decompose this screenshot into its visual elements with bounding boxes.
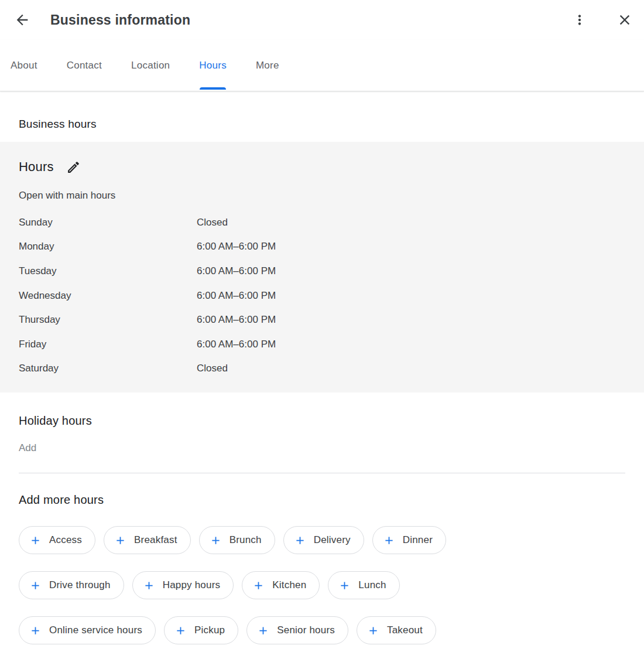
day-name: Tuesday [19, 265, 197, 277]
chip-label: Drive through [49, 579, 111, 591]
page-title: Business information [50, 12, 568, 28]
holiday-hours-heading: Holiday hours [19, 412, 625, 429]
chip-row: Online service hours Pickup Senior hours… [19, 616, 625, 644]
add-hours-chip[interactable]: Lunch [328, 571, 399, 599]
chip-label: Lunch [358, 579, 386, 591]
day-hours: 6:00 AM–6:00 PM [197, 339, 276, 350]
business-hours-section: Business hours [0, 91, 644, 142]
day-row: Wednesday 6:00 AM–6:00 PM [19, 284, 625, 308]
header-actions [568, 8, 636, 32]
tab-label: More [256, 60, 279, 71]
chip-label: Brunch [229, 534, 262, 546]
day-hours: 6:00 AM–6:00 PM [197, 314, 276, 326]
day-name: Friday [19, 339, 197, 350]
active-tab-underline [200, 87, 226, 90]
plus-icon [338, 579, 351, 592]
chip-label: Dinner [403, 534, 433, 546]
day-name: Sunday [19, 217, 197, 228]
plus-icon [294, 534, 306, 547]
add-hours-chip[interactable]: Dinner [372, 526, 446, 554]
plus-icon [29, 534, 42, 547]
edit-hours-button[interactable] [66, 159, 82, 175]
chip-label: Breakfast [134, 534, 177, 546]
plus-icon [383, 534, 395, 547]
tab-about[interactable]: About [0, 40, 52, 91]
add-hours-chip[interactable]: Online service hours [19, 616, 156, 644]
day-row: Saturday Closed [19, 357, 625, 381]
day-hours: 6:00 AM–6:00 PM [197, 265, 276, 277]
day-row: Friday 6:00 AM–6:00 PM [19, 332, 625, 357]
chip-label: Online service hours [49, 624, 142, 636]
add-hours-chip[interactable]: Brunch [199, 526, 275, 554]
add-hours-chip[interactable]: Happy hours [132, 571, 234, 599]
close-icon [616, 12, 633, 28]
add-hours-chip[interactable]: Kitchen [242, 571, 320, 599]
tab-label: Location [131, 60, 170, 71]
hours-card-title-row: Hours [19, 158, 625, 176]
day-row: Monday 6:00 AM–6:00 PM [19, 235, 625, 260]
plus-icon [29, 579, 42, 592]
add-hours-chip[interactable]: Access [19, 526, 95, 554]
day-hours: Closed [197, 217, 228, 228]
day-row: Tuesday 6:00 AM–6:00 PM [19, 259, 625, 284]
tab-label: Contact [67, 60, 102, 71]
tab-location[interactable]: Location [117, 40, 184, 91]
add-hours-chip[interactable]: Breakfast [104, 526, 191, 554]
chip-row: Access Breakfast Brunch Delivery Dinner [19, 526, 625, 554]
hours-card-title: Hours [19, 159, 54, 175]
weekly-hours-list: Sunday Closed Monday 6:00 AM–6:00 PM Tue… [19, 210, 625, 381]
chip-label: Access [49, 534, 82, 546]
plus-icon [252, 579, 265, 592]
tab-contact[interactable]: Contact [52, 40, 117, 91]
plus-icon [143, 579, 155, 592]
chip-label: Pickup [194, 624, 225, 636]
app-header: Business information [0, 0, 644, 40]
tab-label: About [11, 60, 37, 71]
arrow-left-icon [14, 12, 30, 28]
add-hours-chip[interactable]: Delivery [283, 526, 364, 554]
day-name: Monday [19, 241, 197, 252]
day-name: Thursday [19, 314, 197, 326]
add-more-hours-section: Add more hours Access Breakfast Brunch D… [0, 473, 644, 644]
chip-label: Takeout [387, 624, 423, 636]
chip-label: Happy hours [163, 579, 221, 591]
chip-label: Delivery [314, 534, 351, 546]
chip-row: Drive through Happy hours Kitchen Lunch [19, 571, 625, 599]
hours-card: Hours Open with main hours Sunday Closed… [0, 142, 644, 392]
business-hours-heading: Business hours [19, 118, 625, 131]
plus-icon [174, 624, 187, 637]
plus-icon [114, 534, 126, 547]
day-name: Wednesday [19, 290, 197, 302]
day-hours: 6:00 AM–6:00 PM [197, 241, 276, 252]
kebab-menu-icon [572, 12, 587, 28]
pencil-edit-icon [66, 160, 81, 175]
chip-label: Senior hours [277, 624, 335, 636]
day-name: Saturday [19, 363, 197, 374]
chip-label: Kitchen [272, 579, 306, 591]
add-more-hours-heading: Add more hours [19, 491, 625, 508]
day-row: Thursday 6:00 AM–6:00 PM [19, 308, 625, 332]
add-hours-chip[interactable]: Drive through [19, 571, 124, 599]
day-hours: 6:00 AM–6:00 PM [197, 290, 276, 302]
day-hours: Closed [197, 363, 228, 374]
day-row: Sunday Closed [19, 210, 625, 235]
add-hours-chip[interactable]: Senior hours [246, 616, 348, 644]
plus-icon [29, 624, 42, 637]
hours-type-chips: Access Breakfast Brunch Delivery Dinner … [19, 526, 625, 644]
overflow-menu-button[interactable] [568, 8, 591, 32]
tab-hours[interactable]: Hours [184, 40, 241, 91]
hours-status: Open with main hours [19, 189, 625, 203]
back-button[interactable] [11, 8, 34, 32]
plus-icon [367, 624, 379, 637]
close-button[interactable] [613, 8, 636, 32]
holiday-hours-section: Holiday hours Add [0, 392, 644, 473]
add-holiday-hours-button[interactable]: Add [19, 441, 36, 455]
add-hours-chip[interactable]: Takeout [357, 616, 436, 644]
add-hours-chip[interactable]: Pickup [164, 616, 238, 644]
plus-icon [210, 534, 222, 547]
plus-icon [257, 624, 269, 637]
tab-more[interactable]: More [241, 40, 294, 91]
tab-label: Hours [199, 60, 227, 71]
tab-bar: About Contact Location Hours More [0, 40, 644, 91]
